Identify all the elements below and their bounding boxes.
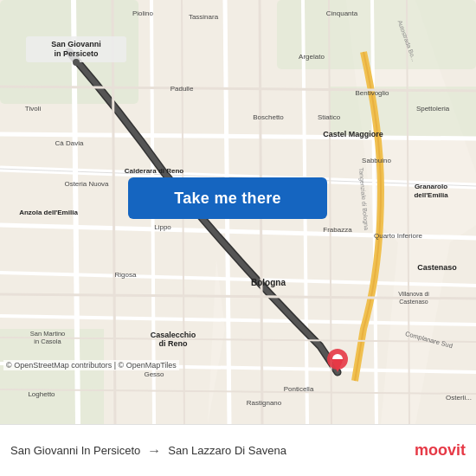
svg-text:Loghetto: Loghetto <box>28 390 55 398</box>
bottom-bar: San Giovanni In Persiceto → San Lazzaro … <box>0 424 476 476</box>
svg-text:Stiatico: Stiatico <box>318 113 341 121</box>
svg-text:Anzola dell'Emilia: Anzola dell'Emilia <box>19 209 78 216</box>
moovit-brand-text: moovit <box>415 441 466 460</box>
svg-text:Ponticella: Ponticella <box>284 385 314 393</box>
route-from: San Giovanni In Persiceto <box>10 444 140 457</box>
svg-text:Castenaso: Castenaso <box>399 299 428 305</box>
svg-text:Spettoleria: Spettoleria <box>416 105 450 113</box>
svg-text:Cinquanta: Cinquanta <box>326 10 358 17</box>
map-container: San Giovanni in Persiceto Piolino Tassin… <box>0 0 476 424</box>
route-to: San Lazzaro Di Savena <box>168 444 286 457</box>
svg-text:in Persiceto: in Persiceto <box>54 49 99 58</box>
svg-text:Osterli...: Osterli... <box>446 394 472 402</box>
svg-text:Frabazza: Frabazza <box>323 226 352 234</box>
svg-text:San Martino: San Martino <box>30 330 65 338</box>
svg-text:Bologna: Bologna <box>251 278 286 287</box>
svg-text:Piolino: Piolino <box>132 10 154 17</box>
svg-text:Argelato: Argelato <box>299 53 325 61</box>
svg-text:Granarolo: Granarolo <box>415 183 447 190</box>
svg-text:San Giovanni: San Giovanni <box>51 40 101 48</box>
svg-text:Bentivoglio: Bentivoglio <box>355 89 389 97</box>
svg-text:Osteria Nuova: Osteria Nuova <box>64 180 109 188</box>
svg-text:Casalecchio: Casalecchio <box>151 331 196 339</box>
svg-text:Castenaso: Castenaso <box>417 263 457 272</box>
svg-point-29 <box>73 59 80 66</box>
svg-text:dell'Emilia: dell'Emilia <box>414 191 448 199</box>
svg-text:Sabbuino: Sabbuino <box>362 157 391 164</box>
svg-text:di Reno: di Reno <box>159 339 189 348</box>
svg-text:Gesso: Gesso <box>144 370 164 378</box>
route-info: San Giovanni In Persiceto → San Lazzaro … <box>10 443 415 459</box>
svg-text:Tivoli: Tivoli <box>25 105 42 113</box>
route-arrow-icon: → <box>147 443 161 459</box>
svg-text:Castel Maggiore: Castel Maggiore <box>323 130 383 138</box>
svg-text:Padulle: Padulle <box>170 85 194 93</box>
svg-text:Cà Davia: Cà Davia <box>55 139 84 147</box>
svg-text:Lippo: Lippo <box>154 223 171 231</box>
svg-text:in Casola: in Casola <box>34 338 61 345</box>
svg-text:Rigosa: Rigosa <box>115 271 137 279</box>
svg-text:Boschetto: Boschetto <box>253 113 284 121</box>
moovit-logo: moovit <box>415 441 466 460</box>
svg-text:Villanova di: Villanova di <box>398 291 429 297</box>
svg-text:Tassinara: Tassinara <box>189 13 219 21</box>
svg-text:Quarto Inferiore: Quarto Inferiore <box>374 232 423 240</box>
svg-text:Calderara di Reno: Calderara di Reno <box>125 167 184 175</box>
take-me-there-button[interactable]: Take me there <box>128 177 327 219</box>
svg-text:Rastignano: Rastignano <box>247 399 282 407</box>
map-attribution: © OpenStreetMap contributors | © OpenMap… <box>3 360 179 370</box>
